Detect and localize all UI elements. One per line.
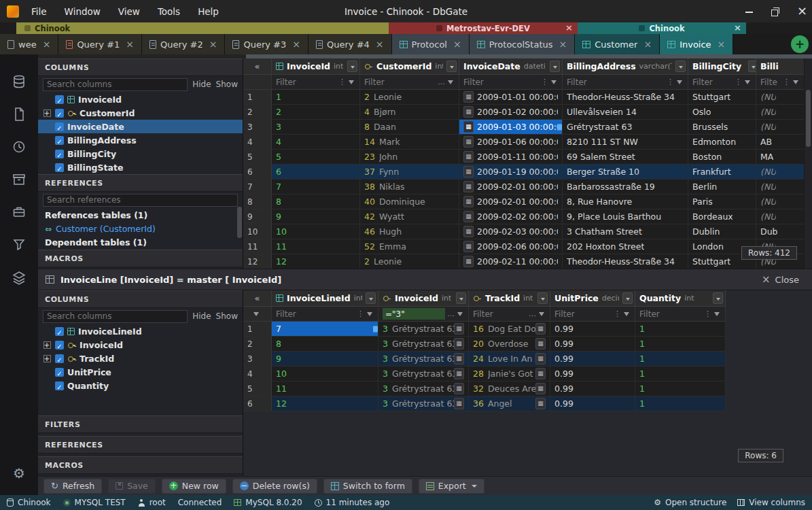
- column-filter[interactable]: Filter: [469, 307, 550, 321]
- cell-invoiceid[interactable]: 3 Grétrystraat 63: [378, 367, 469, 381]
- column-filter[interactable]: Filter: [563, 75, 688, 89]
- column-filter[interactable]: Filte: [756, 75, 804, 89]
- cell-invoicedate[interactable]: 2009-01-03 00:00:00: [459, 120, 563, 134]
- cell-trackid[interactable]: 24 Love In An E: [469, 352, 550, 366]
- tab-group[interactable]: Chinook: [578, 22, 746, 34]
- cell-invoicedate[interactable]: 2009-02-11 00:00:00: [459, 254, 563, 269]
- funnel-icon[interactable]: [551, 80, 557, 84]
- column-tree-item[interactable]: InvoiceId: [38, 92, 243, 106]
- column-menu-chevron-icon[interactable]: [675, 61, 686, 72]
- filter-menu-icon[interactable]: [782, 78, 791, 86]
- column-menu-chevron-icon[interactable]: [366, 292, 376, 304]
- filter-input[interactable]: Filter: [639, 309, 703, 319]
- table-row[interactable]: 11 11 52 Emma 2009-02-06 00:00:00: [243, 239, 804, 254]
- datetime-editor-icon[interactable]: [463, 136, 474, 148]
- table-row[interactable]: 4 4 14 Mark 2009-01-06 00:00:00: [243, 135, 804, 150]
- tab-group-close-icon[interactable]: [565, 22, 573, 33]
- tab-close-icon[interactable]: [718, 39, 726, 50]
- row-number[interactable]: 8: [243, 194, 272, 209]
- table-row[interactable]: 1 1 2 Leonie 2009-01-01 00:00:00: [243, 90, 804, 105]
- column-filter[interactable]: Filter: [688, 75, 756, 89]
- row-number[interactable]: 4: [243, 135, 272, 149]
- funnel-icon[interactable]: [714, 312, 720, 316]
- table-row[interactable]: 4 10 3 Grétrystraat 63 28: [243, 367, 726, 381]
- cell-invoiceid[interactable]: 7: [272, 180, 360, 194]
- datetime-editor-icon[interactable]: [463, 181, 474, 192]
- column-filter[interactable]: Filter: [360, 75, 459, 89]
- table-row[interactable]: 3 9 3 Grétrystraat 63 24: [243, 352, 726, 367]
- filter-menu-icon[interactable]: [734, 78, 743, 86]
- column-tree-item[interactable]: BillingAddress: [38, 133, 243, 147]
- database-nav-icon[interactable]: [0, 65, 38, 98]
- row-number[interactable]: 1: [243, 90, 272, 104]
- row-number[interactable]: 4: [243, 367, 272, 381]
- cell-customerid[interactable]: 4 Bjørn: [360, 105, 459, 119]
- cell-billingstate[interactable]: (NU: [756, 120, 804, 134]
- detail-columns-search-input[interactable]: [43, 310, 188, 323]
- cell-invoicedate[interactable]: 2009-02-02 00:00:00: [459, 209, 563, 224]
- column-checkbox[interactable]: [55, 341, 64, 350]
- files-nav-icon[interactable]: [0, 98, 38, 131]
- hide-columns-button[interactable]: Hide: [192, 80, 211, 89]
- cell-customerid[interactable]: 52 Emma: [360, 239, 459, 254]
- cell-invoicedate[interactable]: 2009-01-06 00:00:00: [459, 135, 563, 149]
- cell-unitprice[interactable]: 0.99: [550, 352, 635, 366]
- column-header[interactable]: InvoiceDate dateti: [459, 58, 563, 74]
- menu-item[interactable]: View: [118, 6, 140, 17]
- cell-quantity[interactable]: 1: [635, 352, 726, 366]
- close-detail-button[interactable]: Close: [762, 273, 799, 286]
- column-checkbox[interactable]: [55, 122, 64, 131]
- cell-billingstate[interactable]: (NU: [756, 180, 804, 194]
- tab-group[interactable]: Chinook: [16, 22, 389, 34]
- datetime-editor-icon[interactable]: [463, 121, 474, 133]
- column-header[interactable]: BillingAddress varchar(70: [563, 58, 688, 74]
- tab-close-icon[interactable]: [209, 39, 217, 50]
- cell-quantity[interactable]: 1: [635, 322, 726, 336]
- table-row[interactable]: 5 11 3 Grétrystraat 63 32: [243, 381, 726, 396]
- cell-invoiceid[interactable]: 8: [272, 194, 360, 209]
- filter-menu-icon[interactable]: [666, 78, 675, 86]
- column-menu-chevron-icon[interactable]: [537, 292, 548, 304]
- column-filter[interactable]: Filter: [272, 75, 360, 89]
- tab-query-2[interactable]: Query #2: [142, 34, 226, 54]
- cell-invoiceid[interactable]: 9: [272, 209, 360, 224]
- column-filter[interactable]: ="3": [378, 307, 469, 321]
- export-button[interactable]: Export: [419, 479, 484, 494]
- cell-trackid[interactable]: 28 Janie's Got A: [469, 367, 550, 381]
- table-row[interactable]: 12 12 2 Leonie 2009-02-11 00:00:00: [243, 254, 804, 269]
- cell-unitprice[interactable]: 0.99: [550, 322, 635, 336]
- column-filter[interactable]: Filter: [550, 307, 635, 321]
- filter-menu-icon[interactable]: [338, 78, 347, 86]
- cell-billingcity[interactable]: Brussels: [688, 120, 756, 134]
- column-tree-item[interactable]: BillingState: [38, 160, 243, 174]
- tab-close-icon[interactable]: [376, 39, 384, 50]
- table-row[interactable]: 9 9 42 Wyatt 2009-02-02 00:00:00: [243, 209, 804, 224]
- funnel-icon[interactable]: [457, 312, 463, 316]
- cell-billingaddress[interactable]: 9, Place Louis Barthou: [563, 209, 688, 224]
- cell-billingaddress[interactable]: Ullevålsveien 14: [563, 105, 688, 119]
- row-number[interactable]: 5: [243, 150, 272, 164]
- filter-input[interactable]: Filter: [364, 78, 437, 87]
- expand-icon[interactable]: [43, 341, 51, 349]
- open-reference-icon[interactable]: [535, 398, 546, 409]
- datetime-editor-icon[interactable]: [463, 241, 474, 252]
- show-columns-button[interactable]: Show: [216, 311, 238, 321]
- cell-billingaddress[interactable]: 8, Rue Hanovre: [563, 194, 688, 209]
- funnel-icon[interactable]: [349, 80, 354, 84]
- tab-close-icon[interactable]: [559, 39, 567, 50]
- open-reference-icon[interactable]: [454, 323, 464, 335]
- column-checkbox[interactable]: [55, 150, 64, 158]
- cell-customerid[interactable]: 38 Niklas: [360, 180, 459, 194]
- cell-trackid[interactable]: 20 Overdose: [469, 337, 550, 351]
- cell-invoicelineid[interactable]: 7: [272, 322, 378, 336]
- filter-menu-icon[interactable]: [540, 78, 549, 86]
- cell-invoiceid[interactable]: 3 Grétrystraat 63: [378, 337, 469, 351]
- cell-billingstate[interactable]: (NU: [756, 194, 804, 209]
- cell-customerid[interactable]: 42 Wyatt: [360, 209, 459, 224]
- columns-search-input[interactable]: [43, 78, 188, 91]
- cell-invoicedate[interactable]: 2009-01-02 00:00:00: [459, 105, 563, 119]
- scrollbar-thumb[interactable]: [806, 90, 811, 147]
- close-window-button[interactable]: [797, 7, 805, 16]
- table-row[interactable]: 3 3 8 Daan 2009-01-03 00:00:00: [243, 120, 804, 135]
- maximize-button[interactable]: [771, 7, 779, 16]
